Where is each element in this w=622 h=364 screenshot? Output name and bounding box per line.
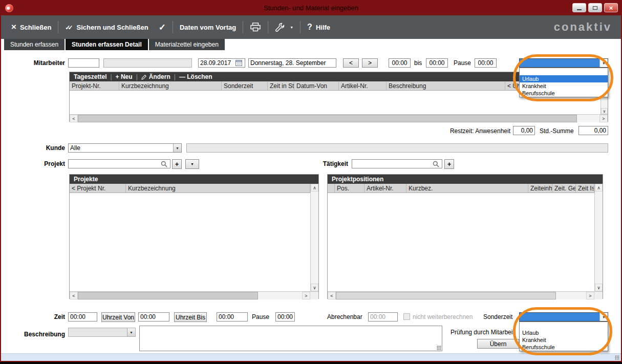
mitarbeiter-code-input[interactable] — [68, 58, 99, 68]
scroll-down-icon[interactable]: ∨ — [601, 108, 608, 114]
sichern-button[interactable]: ✓ — [154, 18, 171, 36]
projekt-label: Projekt — [15, 160, 65, 167]
column-header[interactable]: Artikel-Nr. — [364, 184, 406, 192]
zeit-input[interactable]: 00:00 — [68, 312, 97, 322]
toolbar: × Schließen ✓✓ Sichern und Schließen ✓ D… — [1, 15, 621, 39]
search-icon[interactable] — [433, 161, 439, 167]
scrollbar-thumb[interactable] — [336, 292, 556, 299]
scroll-down-icon[interactable]: ∨ — [595, 284, 603, 291]
minimize-button[interactable] — [572, 3, 586, 12]
column-header[interactable] — [328, 184, 335, 192]
scroll-right-icon[interactable]: > — [599, 115, 608, 122]
beschreibung-select[interactable]: ▼ — [68, 328, 136, 337]
dropdown-option-krankheit[interactable]: Krankheit — [520, 82, 608, 90]
chevron-down-icon[interactable]: ▼ — [599, 59, 608, 67]
neu-button[interactable]: + Neu — [116, 73, 133, 80]
maximize-button[interactable] — [588, 3, 602, 12]
column-header[interactable]: Pos. — [335, 184, 364, 192]
chevron-down-icon[interactable]: ▼ — [173, 144, 181, 152]
time-to-input[interactable]: 00:00 — [426, 58, 448, 68]
abrechenbar-input[interactable]: 00:00 — [368, 312, 398, 322]
projekt-add-button[interactable]: + — [172, 159, 182, 169]
sonderzeit-top-select[interactable]: ▼ — [519, 58, 608, 68]
taetigkeit-add-button[interactable]: + — [444, 159, 454, 169]
column-header[interactable]: Projekt-Nr. — [70, 81, 119, 90]
column-header[interactable]: Beschreibung — [387, 81, 505, 90]
dropdown-option-urlaub[interactable]: Urlaub — [520, 329, 608, 336]
beschreibung-textarea[interactable] — [139, 326, 442, 351]
time-from-input[interactable]: 00:00 — [389, 58, 411, 68]
scroll-up-icon[interactable]: ∧ — [595, 184, 603, 191]
date-input[interactable]: 28.09.2017 — [198, 58, 245, 68]
scrollbar-corner — [310, 292, 318, 299]
next-day-button[interactable]: > — [362, 58, 378, 68]
dropdown-option-krankheit[interactable]: Krankheit — [520, 336, 608, 344]
tab-stunden-erfassen[interactable]: Stunden erfassen — [4, 39, 65, 50]
column-header[interactable]: Zeit Ist — [576, 184, 594, 192]
column-header[interactable]: Zeiteinh — [528, 184, 552, 192]
calendar-icon[interactable] — [235, 60, 242, 66]
sichern-und-schliessen-button[interactable]: ✓✓ Sichern und Schließen — [60, 18, 153, 36]
column-header[interactable]: Datum-Von — [294, 81, 339, 90]
pause-input[interactable]: 00:00 — [475, 58, 497, 68]
nicht-weiterberechnen-checkbox[interactable] — [403, 313, 410, 320]
dropdown-option-berufsschule[interactable]: Berufsschule — [520, 90, 608, 97]
scroll-up-icon[interactable]: ∧ — [311, 184, 318, 191]
column-header[interactable]: < Projekt Nr. — [70, 184, 126, 192]
dropdown-option-empty[interactable] — [520, 322, 608, 329]
schliessen-button[interactable]: × Schließen — [6, 18, 56, 36]
close-window-button[interactable]: × — [604, 3, 618, 12]
uhrzeit-bis-input[interactable]: 00:00 — [217, 312, 248, 322]
chevron-down-icon: ▼ — [290, 26, 293, 29]
column-header[interactable]: Kurzbezeichnung — [126, 184, 310, 192]
uebernehmen-button[interactable]: Übern — [477, 339, 519, 349]
loeschen-button[interactable]: — Löschen — [179, 73, 212, 80]
resize-grip[interactable] — [437, 346, 441, 350]
scroll-down-icon[interactable]: ∨ — [311, 284, 318, 291]
column-header[interactable]: Kurzbez. — [406, 184, 528, 192]
scroll-right-icon[interactable]: > — [302, 292, 310, 299]
scroll-left-icon[interactable]: < — [70, 115, 78, 122]
kunde-selected-value: Alle — [70, 144, 80, 152]
scroll-left-icon[interactable]: < — [328, 292, 336, 299]
positionen-table-body[interactable] — [328, 193, 603, 291]
column-header[interactable]: Artikel-Nr. — [339, 81, 387, 90]
dropdown-option-empty[interactable] — [520, 68, 608, 75]
tab-stunden-erfassen-detail[interactable]: Stunden erfassen Detail — [66, 39, 148, 50]
previous-day-button[interactable]: < — [343, 58, 359, 68]
tab-materialzettel-eingeben[interactable]: Materialzettel eingeben — [149, 39, 225, 50]
uhrzeit-von-input[interactable]: 00:00 — [138, 312, 169, 322]
column-header[interactable]: Kurzbezeichnung — [119, 81, 222, 90]
scroll-right-icon[interactable]: > — [586, 292, 594, 299]
uhrzeit-von-button[interactable]: Uhrzeit Von — [101, 312, 135, 322]
taetigkeit-search-input[interactable] — [352, 159, 442, 168]
dropdown-option-berufsschule[interactable]: Berufsschule — [520, 344, 608, 351]
column-header[interactable]: Sonderzeit — [222, 81, 268, 90]
dropdown-option-urlaub[interactable]: Urlaub — [520, 75, 608, 82]
column-header[interactable]: Zeit in Stu — [268, 81, 294, 90]
search-icon[interactable] — [161, 161, 167, 167]
daten-vom-vortag-button[interactable]: Daten vom Vortag — [175, 18, 241, 36]
pause-input[interactable]: 00:00 — [275, 312, 295, 322]
chevron-down-icon[interactable]: ▼ — [599, 313, 608, 321]
scroll-left-icon[interactable]: < — [70, 292, 78, 299]
scrollbar-thumb[interactable] — [78, 292, 258, 299]
tools-menu-button[interactable]: ▼ — [270, 18, 298, 36]
taetigkeit-label: Tätigkeit — [313, 160, 348, 167]
scrollbar-track — [556, 292, 586, 299]
column-header[interactable]: Zeit. Ge — [552, 184, 576, 192]
chevron-down-icon[interactable]: ▼ — [127, 328, 135, 336]
vertical-scrollbar[interactable]: ∧ ∨ — [594, 184, 603, 291]
aendern-button[interactable]: Ändern — [141, 73, 170, 80]
hilfe-button[interactable]: ? Hilfe — [302, 18, 335, 36]
sonderzeit-bottom-select[interactable]: ▼ — [519, 312, 608, 322]
vertical-scrollbar[interactable]: ∧ ∨ — [310, 184, 318, 291]
projekt-dropdown-button[interactable]: ▼ — [185, 159, 199, 169]
kunde-select[interactable]: Alle ▼ — [68, 143, 182, 153]
projekte-table-body[interactable] — [70, 193, 318, 291]
uhrzeit-bis-button[interactable]: Uhrzeit Bis — [174, 312, 207, 322]
resize-grip[interactable] — [615, 355, 619, 360]
projekt-search-input[interactable] — [68, 159, 170, 168]
scrollbar-thumb[interactable] — [78, 115, 577, 122]
print-button[interactable] — [245, 18, 266, 36]
